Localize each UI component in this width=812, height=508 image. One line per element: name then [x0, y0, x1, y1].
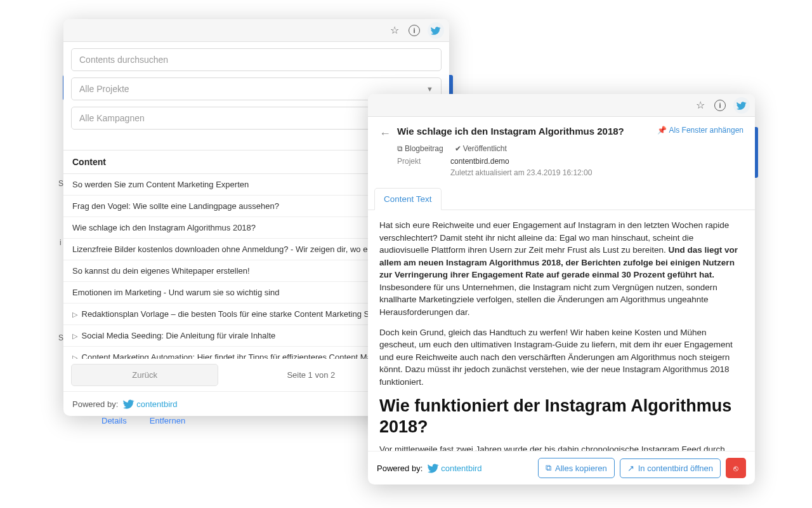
row-title: Frag den Vogel: Wie sollte eine Landingp… [72, 201, 415, 211]
article-paragraph: Vor mittlerweile fast zwei Jahren wurde … [379, 443, 743, 451]
detail-header: ← Wie schlage ich den Instagram Algorith… [368, 117, 755, 181]
pager-back-button[interactable]: Zurück [71, 364, 218, 386]
exit-icon: ⎋ [733, 464, 738, 473]
bg-letter: S [58, 333, 63, 342]
attach-window-link[interactable]: 📌 Als Fenster anhängen [657, 126, 743, 135]
row-title: ▷ Social Media Seeding: Die Anleitung fü… [72, 331, 415, 340]
details-link[interactable]: Details [102, 416, 127, 425]
brand-name: contentbird [136, 399, 177, 409]
row-title: So kannst du dein eigenes Whitepaper ers… [72, 266, 415, 276]
tab-content-text[interactable]: Content Text [374, 188, 442, 210]
article-paragraph: Doch kein Grund, gleich das Handtuch zu … [379, 326, 743, 389]
project-select-value: Alle Projekte [79, 84, 129, 94]
search-input-wrapper[interactable] [71, 48, 442, 71]
below-actions: Details Entfernen [102, 416, 185, 425]
article-heading: Wie funktioniert der Instagram Algorithm… [379, 396, 743, 437]
brand-logo[interactable]: contentbird [123, 398, 177, 410]
brand-logo[interactable]: contentbird [428, 462, 481, 474]
chevron-down-icon: ▼ [426, 85, 433, 93]
article-body: Hat sich eure Reichweite und euer Engage… [368, 210, 755, 451]
campaign-select-value: Alle Kampagnen [79, 113, 145, 123]
powered-by-label: Powered by: [72, 399, 118, 409]
copy-icon: ⧉ [397, 144, 403, 153]
info-icon[interactable]: i [409, 25, 420, 36]
window-chrome: ☆ i [368, 94, 755, 117]
contentbird-extension-icon[interactable] [733, 97, 750, 114]
row-title: Emotionen im Marketing - Und warum sie s… [72, 288, 415, 297]
detail-title: Wie schlage ich den Instagram Algorithmu… [397, 126, 651, 137]
detail-footer: Powered by: contentbird ⧉ Alles kopieren… [368, 451, 755, 485]
row-title: Wie schlage ich den Instagram Algorithmu… [72, 223, 415, 232]
content-type: ⧉Blogbeitrag [397, 144, 443, 153]
play-icon: ▷ [72, 332, 77, 340]
tab-bar: Content Text [368, 187, 755, 210]
brand-name: contentbird [441, 464, 481, 473]
bg-letter: i [60, 238, 62, 247]
content-status: ✔Veröffentlicht [455, 144, 507, 153]
contentbird-extension-icon[interactable] [428, 22, 444, 39]
project-value: contentbird.demo [450, 157, 509, 166]
star-icon[interactable]: ☆ [388, 24, 401, 37]
copy-all-label: Alles kopieren [555, 464, 607, 473]
play-icon: ▷ [72, 354, 77, 359]
detail-window: ☆ i ← Wie schlage ich den Instagram Algo… [368, 94, 755, 485]
info-icon[interactable]: i [714, 100, 726, 111]
check-circle-icon: ✔ [455, 144, 461, 153]
open-in-contentbird-label: In contentbird öffnen [638, 464, 713, 473]
window-chrome: ☆ i [63, 19, 449, 42]
article-paragraph: Hat sich eure Reichweite und euer Engage… [379, 219, 743, 319]
star-icon[interactable]: ☆ [694, 99, 707, 112]
play-icon: ▷ [72, 311, 77, 318]
row-title: So werden Sie zum Content Marketing Expe… [72, 180, 415, 189]
external-link-icon: ↗ [627, 464, 634, 473]
logout-button[interactable]: ⎋ [726, 458, 746, 478]
last-updated: Zuletzt aktualisiert am 23.4.2019 16:12:… [379, 168, 743, 177]
back-arrow-icon[interactable]: ← [379, 126, 391, 140]
copy-icon: ⧉ [546, 463, 551, 473]
col-header-content: Content [72, 157, 415, 167]
row-title: ▷ Content Marketing Automation: Hier fin… [72, 352, 415, 359]
pin-icon: 📌 [657, 126, 667, 135]
open-in-contentbird-button[interactable]: ↗ In contentbird öffnen [620, 458, 721, 478]
row-title: ▷ Redaktionsplan Vorlage – die besten To… [72, 309, 415, 319]
copy-all-button[interactable]: ⧉ Alles kopieren [538, 458, 615, 478]
remove-link[interactable]: Entfernen [150, 416, 185, 425]
row-title: Lizenzfreie Bilder kostenlos downloaden … [72, 244, 415, 254]
search-input[interactable] [79, 55, 433, 65]
bg-letter: S [58, 179, 63, 188]
project-label: Projekt [397, 157, 434, 166]
attach-window-label: Als Fenster anhängen [669, 126, 743, 135]
powered-by-label: Powered by: [377, 464, 422, 473]
